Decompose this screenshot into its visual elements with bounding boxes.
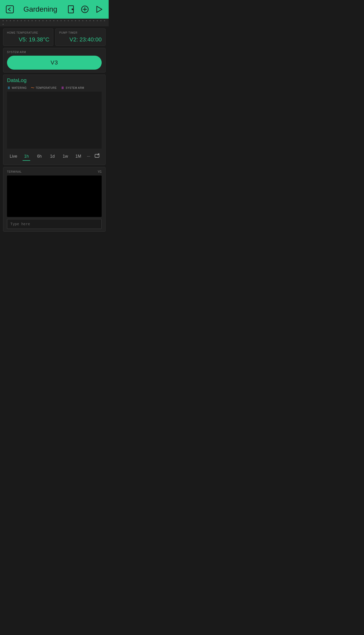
page-title: Gardening bbox=[14, 5, 66, 13]
dot bbox=[100, 20, 101, 21]
terminal-output bbox=[7, 176, 102, 217]
back-button[interactable] bbox=[5, 5, 14, 14]
tab-live[interactable]: Live bbox=[7, 152, 20, 160]
dot bbox=[71, 20, 72, 21]
dot bbox=[68, 20, 69, 21]
terminal-header: TERMINAL V1 bbox=[7, 170, 102, 173]
add-icon[interactable] bbox=[80, 5, 90, 14]
watering-label: WATERING bbox=[12, 86, 27, 89]
pump-timer-value: V2: 23:40:00 bbox=[59, 36, 102, 43]
datalog-card: DataLog ⏸ WATERING 〜 TEMPERATURE ⏸ SYSTE… bbox=[3, 75, 106, 165]
dot bbox=[35, 20, 36, 21]
dot bbox=[53, 20, 54, 21]
legend-system-arm[interactable]: ⏸ SYSTEM ARM bbox=[61, 86, 84, 90]
dot-separator bbox=[0, 19, 109, 26]
sysarm-icon: ⏸ bbox=[61, 86, 65, 90]
dot bbox=[46, 20, 47, 21]
tab-more[interactable]: ··· bbox=[85, 152, 92, 160]
dot bbox=[50, 20, 51, 21]
dot bbox=[75, 20, 76, 21]
dot bbox=[104, 20, 105, 21]
temperature-label: TEMPERATURE bbox=[36, 86, 57, 89]
system-arm-label: SYSTEM ARM bbox=[7, 51, 102, 54]
dot bbox=[57, 20, 58, 21]
dot bbox=[93, 20, 94, 21]
legend-temperature[interactable]: 〜 TEMPERATURE bbox=[31, 86, 57, 90]
tab-6h[interactable]: 6h bbox=[33, 152, 46, 160]
dot bbox=[79, 20, 80, 21]
dot bbox=[13, 20, 14, 21]
watering-icon: ⏸ bbox=[7, 86, 11, 90]
dot bbox=[17, 20, 18, 21]
dot bbox=[21, 20, 22, 21]
home-temperature-label: HOME TEMPERATURE bbox=[7, 31, 49, 34]
datalog-legend: ⏸ WATERING 〜 TEMPERATURE ⏸ SYSTEM ARM bbox=[7, 86, 102, 90]
terminal-card: TERMINAL V1 bbox=[3, 167, 106, 232]
main-content: HOME TEMPERATURE V5: 19.38°C PUMP TIMER … bbox=[0, 26, 109, 234]
svg-point-2 bbox=[72, 9, 73, 10]
dot bbox=[10, 20, 11, 21]
tab-1w[interactable]: 1w bbox=[59, 152, 72, 160]
dot bbox=[32, 20, 33, 21]
tab-1d[interactable]: 1d bbox=[46, 152, 59, 160]
sensor-cards-row: HOME TEMPERATURE V5: 19.38°C PUMP TIMER … bbox=[3, 28, 106, 46]
svg-rect-8 bbox=[95, 154, 99, 157]
dot bbox=[3, 24, 4, 25]
svg-rect-7 bbox=[7, 92, 102, 149]
pump-timer-card: PUMP TIMER V2: 23:40:00 bbox=[55, 28, 106, 46]
header-actions bbox=[66, 5, 103, 14]
app-header: Gardening bbox=[0, 0, 109, 19]
v3-button[interactable]: V3 bbox=[7, 56, 102, 70]
dot bbox=[3, 20, 4, 21]
sysarm-label: SYSTEM ARM bbox=[66, 86, 84, 89]
dot bbox=[82, 20, 83, 21]
dot bbox=[6, 20, 7, 21]
terminal-label: TERMINAL bbox=[7, 170, 22, 173]
dot bbox=[39, 20, 40, 21]
dot bbox=[28, 20, 29, 21]
chart-area bbox=[7, 92, 102, 149]
time-tabs: Live 1h 6h 1d 1w 1M ··· bbox=[7, 151, 102, 162]
pump-timer-label: PUMP TIMER bbox=[59, 31, 102, 34]
dot bbox=[61, 20, 62, 21]
dot bbox=[90, 20, 91, 21]
home-temperature-card: HOME TEMPERATURE V5: 19.38°C bbox=[3, 28, 53, 46]
datalog-title: DataLog bbox=[7, 77, 102, 83]
temperature-icon: 〜 bbox=[31, 86, 35, 90]
svg-rect-0 bbox=[6, 6, 13, 13]
tab-1h[interactable]: 1h bbox=[20, 152, 33, 160]
home-temperature-value: V5: 19.38°C bbox=[7, 36, 49, 43]
svg-marker-6 bbox=[97, 6, 102, 12]
dot bbox=[97, 20, 98, 21]
dot bbox=[64, 20, 65, 21]
play-icon[interactable] bbox=[94, 5, 103, 14]
dot bbox=[24, 20, 25, 21]
system-arm-card: SYSTEM ARM V3 bbox=[3, 48, 106, 72]
dot bbox=[86, 20, 87, 21]
legend-watering[interactable]: ⏸ WATERING bbox=[7, 86, 27, 90]
dot bbox=[42, 20, 43, 21]
terminal-pin: V1 bbox=[98, 170, 102, 173]
tab-expand[interactable] bbox=[92, 152, 102, 161]
terminal-input[interactable] bbox=[7, 219, 102, 229]
door-icon[interactable] bbox=[66, 5, 76, 14]
tab-1M[interactable]: 1M bbox=[72, 152, 85, 160]
